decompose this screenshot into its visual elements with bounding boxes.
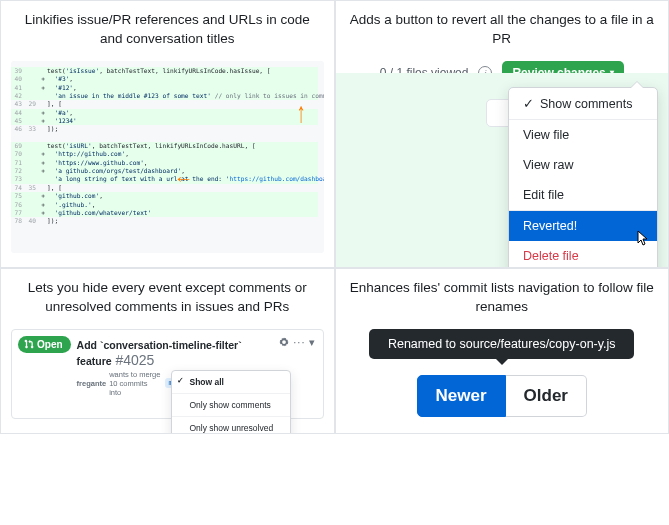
filter-only-comments[interactable]: Only show comments [172, 393, 290, 416]
diff-line: 44+ '#a', [11, 109, 318, 117]
diff-line: 70+ 'http://github.com', [11, 150, 318, 158]
diff-line: 39test('isIssue', batchTestText, linkify… [11, 67, 318, 75]
feature-card-revert: Adds a button to revert all the changes … [335, 0, 670, 268]
diff-line: 71+ 'https://www.github.com', [11, 159, 318, 167]
menu-view-raw[interactable]: View raw [509, 150, 657, 180]
diff-line: 75+ 'github.com', [11, 192, 318, 200]
menu-delete-file[interactable]: Delete file [509, 241, 657, 268]
diff-line [11, 134, 318, 142]
menu-view-file[interactable]: View file [509, 119, 657, 150]
arrow-up-icon: ↑ [297, 96, 306, 130]
diff-line: 76+ '.github.', [11, 201, 318, 209]
card-title: Enhances files' commit lists navigation … [346, 279, 659, 317]
pagination-group: Newer Older [346, 375, 659, 417]
diff-line: 7840]); [11, 217, 318, 225]
file-actions-dropdown: ✓ Show comments View file View raw Edit … [508, 87, 658, 268]
diff-line: 4329], [ [11, 100, 318, 108]
timeline-filter-menu: Show all Only show comments Only show un… [171, 370, 291, 434]
filter-show-all[interactable]: Show all [172, 371, 290, 393]
diff-line: 45+ '1234' [11, 117, 318, 125]
menu-reverted[interactable]: Reverted! [509, 210, 657, 241]
diff-line: 4633]); [11, 125, 318, 133]
diff-line: 7435], [ [11, 184, 318, 192]
diff-line: 42 'an issue in the middle #123 of some … [11, 92, 318, 100]
state-open-badge: Open [18, 336, 71, 353]
feature-card-linkify: Linkifies issue/PR references and URLs i… [0, 0, 335, 268]
gear-icon [279, 337, 289, 347]
card-title: Linkifies issue/PR references and URLs i… [11, 11, 324, 49]
issue-title: Add `conversation-timeline-filter` featu… [77, 339, 242, 367]
issue-number: #4025 [115, 352, 154, 368]
filter-only-unresolved[interactable]: Only show unresolved comments [172, 416, 290, 434]
menu-edit-file[interactable]: Edit file [509, 180, 657, 210]
card-title: Adds a button to revert all the changes … [346, 11, 659, 49]
card-title: Lets you hide every event except comment… [11, 279, 324, 317]
check-icon: ✓ [523, 96, 534, 111]
menu-show-comments[interactable]: ✓ Show comments [509, 88, 657, 119]
rename-tooltip: Renamed to source/features/copy-on-y.js [369, 329, 634, 359]
older-button[interactable]: Older [506, 375, 587, 417]
cursor-icon [637, 230, 651, 249]
diff-line: 40+ '#3', [11, 75, 318, 83]
diff-line: 73 'a long string of text with a url at … [11, 175, 318, 183]
feature-card-rename-nav: Enhances files' commit lists navigation … [335, 268, 670, 434]
diff-line: 77+ 'github.com/whatever/text' [11, 209, 318, 217]
git-pull-request-icon [24, 339, 34, 349]
issue-header: Open Add `conversation-timeline-filter` … [11, 329, 324, 419]
diff-line: 41+ '#12', [11, 84, 318, 92]
header-overflow[interactable]: ··· ▾ [279, 336, 316, 349]
diff-code-panel: 39test('isIssue', batchTestText, linkify… [11, 61, 324, 253]
newer-button[interactable]: Newer [417, 375, 506, 417]
arrow-left-icon: ← [174, 167, 194, 190]
feature-card-timeline-filter: Lets you hide every event except comment… [0, 268, 335, 434]
diff-line: 69test('isURL', batchTestText, linkifyUR… [11, 142, 318, 150]
diff-line: 72+ 'a github.com/orgs/test/dashboard', [11, 167, 318, 175]
